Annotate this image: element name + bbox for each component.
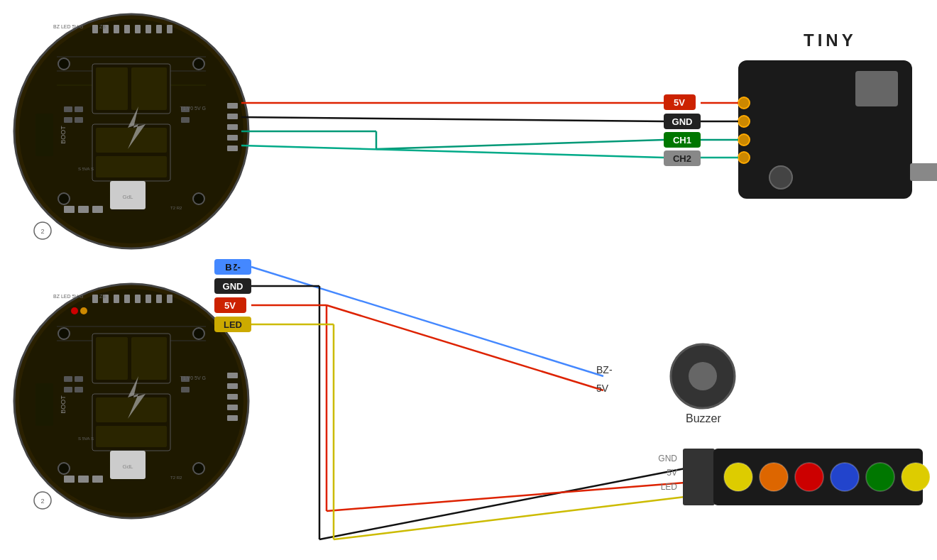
svg-text:BOOT: BOOT — [60, 395, 67, 414]
svg-text:T1 V0 5V G: T1 V0 5V G — [180, 375, 206, 380]
svg-rect-82 — [146, 295, 151, 303]
svg-rect-61 — [64, 387, 72, 392]
svg-rect-24 — [64, 206, 75, 213]
led-connector-block — [683, 449, 715, 505]
svg-rect-83 — [156, 295, 162, 303]
tiny-label: TINY — [804, 31, 857, 50]
svg-rect-26 — [92, 206, 103, 213]
svg-rect-22 — [35, 114, 53, 156]
led-2 — [760, 463, 788, 491]
led-led-label: LED — [661, 482, 678, 492]
wire-5v-to-buzzer — [327, 305, 603, 390]
receiver-button — [769, 166, 792, 189]
svg-rect-36 — [167, 25, 172, 33]
label-gnd-text: GND — [672, 116, 693, 127]
svg-rect-34 — [146, 25, 151, 33]
svg-text:T2 R2: T2 R2 — [170, 206, 182, 210]
svg-rect-80 — [124, 295, 130, 303]
svg-text:2: 2 — [40, 498, 44, 505]
svg-rect-57 — [96, 397, 167, 422]
wire-bz-horizontal — [251, 267, 603, 376]
receiver-screen — [855, 71, 898, 106]
svg-rect-16 — [181, 117, 190, 123]
svg-rect-10 — [96, 156, 167, 177]
led-gnd-label: GND — [658, 454, 677, 463]
svg-rect-73 — [78, 476, 89, 483]
svg-rect-39 — [227, 124, 238, 130]
svg-rect-38 — [227, 114, 238, 119]
buzzer-inner — [689, 362, 717, 390]
svg-rect-89 — [227, 415, 238, 421]
svg-point-17 — [58, 58, 70, 70]
svg-rect-85 — [227, 373, 238, 378]
svg-rect-29 — [92, 25, 98, 33]
svg-rect-62 — [75, 387, 83, 392]
svg-point-18 — [193, 58, 204, 70]
svg-rect-60 — [75, 376, 83, 382]
svg-rect-70 — [35, 383, 53, 426]
receiver-pin-3 — [738, 134, 750, 146]
svg-rect-40 — [227, 135, 238, 141]
svg-text:BOOT: BOOT — [60, 126, 67, 144]
svg-point-20 — [193, 193, 204, 204]
svg-text:ZB: ZB — [99, 24, 106, 29]
svg-text:BZ LED 5V G: BZ LED 5V G — [53, 294, 83, 299]
svg-rect-7 — [131, 67, 167, 110]
led-6 — [902, 463, 930, 491]
svg-rect-33 — [135, 25, 141, 33]
svg-rect-9 — [96, 128, 167, 153]
svg-rect-88 — [227, 405, 238, 410]
svg-point-90 — [71, 307, 78, 314]
svg-text:ZB: ZB — [99, 294, 106, 299]
label-ch1-text: CH1 — [673, 135, 691, 146]
wire-ch1-part3 — [376, 140, 664, 149]
svg-rect-64 — [181, 387, 190, 392]
bottom-flight-controller: BOOT GdL BZ LED 5V G ZB T1 V0 5V G S 5VA… — [14, 284, 248, 560]
svg-rect-11 — [64, 106, 72, 112]
svg-rect-74 — [92, 476, 103, 483]
svg-rect-55 — [131, 337, 167, 380]
led-1 — [724, 463, 752, 491]
svg-rect-81 — [135, 295, 141, 303]
led-3 — [795, 463, 823, 491]
svg-text:GdL: GdL — [122, 194, 133, 200]
svg-rect-87 — [227, 394, 238, 400]
label-ch2-text: CH2 — [673, 153, 691, 164]
receiver-pin-1 — [738, 97, 750, 109]
svg-text:BZ LED 5V G: BZ LED 5V G — [53, 24, 83, 29]
label-led-text: LED — [224, 319, 242, 330]
svg-point-66 — [193, 328, 204, 339]
svg-rect-58 — [96, 426, 167, 447]
svg-rect-37 — [227, 103, 238, 109]
svg-text:S 5VA S: S 5VA S — [78, 437, 94, 441]
svg-rect-35 — [156, 25, 162, 33]
svg-rect-25 — [78, 206, 89, 213]
svg-rect-41 — [227, 146, 238, 151]
svg-text:T2 R2: T2 R2 — [170, 476, 182, 480]
svg-rect-72 — [64, 476, 75, 483]
svg-rect-54 — [96, 337, 128, 380]
svg-rect-79 — [114, 295, 119, 303]
wire-5v-to-led — [327, 483, 685, 511]
svg-rect-59 — [64, 376, 72, 382]
wire-gnd-top — [241, 117, 664, 121]
receiver-usb — [910, 163, 937, 181]
label-gnd-bottom-text: GND — [223, 281, 243, 292]
svg-text:2: 2 — [40, 228, 44, 235]
top-flight-controller: BOOT GdL BZ LED 5V G ZB T1 V0 5V G S 5VA — [14, 14, 248, 248]
svg-text:GdL: GdL — [122, 463, 133, 470]
svg-rect-6 — [96, 67, 128, 110]
svg-rect-32 — [124, 25, 130, 33]
5v-buzzer-label: 5V — [596, 383, 609, 394]
bzminus-label: BZ- — [596, 364, 613, 375]
svg-rect-13 — [64, 117, 72, 123]
svg-point-67 — [58, 463, 70, 474]
svg-rect-14 — [75, 117, 83, 123]
svg-rect-12 — [75, 106, 83, 112]
buzzer-label: Buzzer — [686, 412, 721, 424]
led-4 — [831, 463, 859, 491]
svg-rect-84 — [167, 295, 172, 303]
receiver-pin-2 — [738, 116, 750, 127]
svg-point-91 — [80, 307, 87, 314]
receiver-pin-4 — [738, 152, 750, 163]
